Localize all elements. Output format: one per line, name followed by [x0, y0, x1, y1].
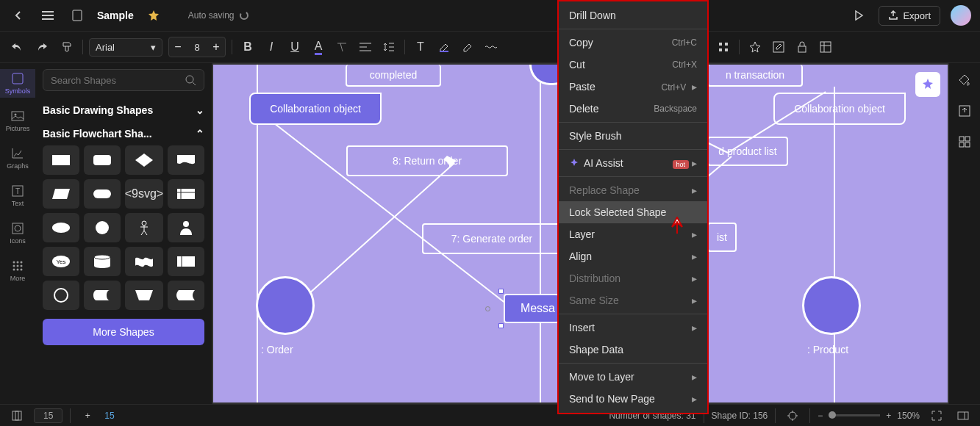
edit-button[interactable] [769, 37, 788, 57]
align-button[interactable] [356, 37, 375, 57]
rail-graphs[interactable]: Graphs [0, 144, 35, 173]
node-transaction[interactable]: n transaction [707, 65, 803, 87]
menu-shape-data[interactable]: Shape Data [559, 339, 707, 361]
node-return-order[interactable]: 8: Return order [346, 145, 508, 176]
add-page-button[interactable]: + [78, 406, 97, 425]
menu-insert[interactable]: Insert▸ [559, 317, 707, 339]
export-button[interactable]: Export [879, 6, 940, 26]
text-tool[interactable]: T [411, 37, 430, 57]
shape-card[interactable] [168, 247, 204, 276]
menu-drill-down[interactable]: Drill Down [559, 4, 707, 26]
font-select[interactable]: Arial▾ [89, 38, 162, 57]
node-generate-order[interactable]: 7: Generate order [422, 223, 562, 254]
back-button[interactable] [9, 6, 28, 25]
menu-ai-assist[interactable]: AI Assist hot ▸ [559, 152, 707, 174]
pages-icon[interactable] [7, 406, 26, 425]
page-preview[interactable]: 15 [104, 411, 114, 421]
ai-badge[interactable] [915, 72, 940, 97]
zoom-in[interactable]: + [886, 411, 891, 421]
rail-pictures[interactable]: Pictures [0, 106, 35, 135]
more-shapes-button[interactable]: More Shapes [43, 319, 204, 345]
rail-more[interactable]: More [0, 256, 35, 285]
fullscreen-button[interactable] [927, 406, 946, 425]
node-circle-order[interactable] [256, 276, 315, 335]
zoom-slider[interactable] [829, 414, 880, 416]
svg-point-37 [142, 221, 146, 225]
menu-move-to-layer[interactable]: Move to Layer▸ [559, 366, 707, 388]
decrease-size[interactable]: − [169, 37, 187, 57]
shape-ellipse[interactable] [43, 213, 79, 242]
node-product-list[interactable]: d product list [707, 137, 788, 166]
section-basic-flowchart[interactable]: Basic Flowchart Sha... ⌃ [43, 122, 204, 145]
underline-button[interactable]: U [285, 37, 304, 57]
shape-parallelogram[interactable] [43, 179, 79, 209]
menu-paste[interactable]: PasteCtrl+V ▸ [559, 76, 707, 98]
shape-diamond[interactable] [125, 145, 163, 175]
page-number[interactable]: 15 [34, 408, 62, 423]
zoom-control[interactable]: − + 150% [818, 411, 920, 421]
shape-direct-data[interactable] [84, 281, 121, 310]
line-style-button[interactable] [482, 37, 501, 57]
shape-person[interactable] [168, 213, 204, 242]
shape-connector[interactable] [43, 281, 79, 310]
format-painter-button[interactable] [57, 37, 76, 57]
shape-stadium[interactable] [84, 179, 121, 209]
font-size-stepper[interactable]: − 8 + [168, 37, 226, 57]
shape-yes-ellipse[interactable]: Yes [43, 247, 79, 276]
avatar[interactable] [951, 5, 971, 26]
shape-rounded-rect[interactable] [84, 145, 121, 175]
section-basic-drawing[interactable]: Basic Drawing Shapes ⌄ [43, 98, 204, 122]
star-icon[interactable] [144, 6, 163, 25]
border-color-button[interactable] [458, 37, 477, 57]
zoom-out[interactable]: − [818, 411, 823, 421]
italic-button[interactable]: I [262, 37, 281, 57]
search-input[interactable] [51, 75, 185, 86]
rail-icons[interactable]: Icons [0, 219, 35, 248]
panel-toggle[interactable] [954, 406, 973, 425]
fill-tool[interactable] [955, 71, 974, 90]
shape-database[interactable] [84, 247, 121, 276]
crosshair-icon[interactable] [783, 406, 802, 425]
shape-actor[interactable]: M15 16l-4 6M15 16l4 6 [125, 213, 163, 242]
shape-rectangle[interactable] [43, 145, 79, 175]
apps-button[interactable] [955, 132, 974, 151]
rail-symbols[interactable]: Symbols [0, 69, 35, 98]
line-height-button[interactable] [379, 37, 398, 57]
menu-cut[interactable]: CutCtrl+X [559, 54, 707, 76]
effects-button[interactable] [745, 37, 765, 57]
node-completed[interactable]: completed [346, 65, 441, 87]
shape-document[interactable] [168, 145, 204, 175]
menu-button[interactable] [38, 6, 57, 25]
play-button[interactable] [849, 6, 868, 25]
selected-node[interactable]: Messa [498, 289, 565, 328]
undo-button[interactable] [7, 37, 26, 57]
shape-stored-data[interactable] [168, 281, 204, 310]
node-circle-product[interactable] [802, 276, 861, 335]
menu-send-to-new-page[interactable]: Send to New Page▸ [559, 388, 707, 410]
menu-copy[interactable]: CopyCtrl+C [559, 32, 707, 54]
rail-text[interactable]: T Text [0, 181, 35, 210]
shape-tape[interactable] [125, 247, 163, 276]
menu-delete[interactable]: DeleteBackspace [559, 98, 707, 120]
bold-button[interactable]: B [238, 37, 257, 57]
lock-button[interactable] [793, 37, 812, 57]
highlight-button[interactable] [434, 37, 454, 57]
font-color-button[interactable]: A [309, 37, 328, 57]
search-shapes-input[interactable] [43, 69, 204, 91]
node-ist[interactable]: ist [707, 223, 737, 252]
shape-manual-op[interactable] [125, 281, 163, 310]
redo-button[interactable] [32, 37, 51, 57]
shape-predefined[interactable]: <9svg> [125, 179, 163, 209]
increase-size[interactable]: + [207, 37, 225, 57]
shape-circle[interactable] [84, 213, 121, 242]
data-button[interactable] [816, 37, 835, 57]
node-collab-left[interactable]: Collaboration object [249, 93, 382, 125]
clear-format-button[interactable] [332, 37, 351, 57]
menu-style-brush[interactable]: Style Brush [559, 125, 707, 147]
node-collab-right[interactable]: Collaboration object [773, 93, 906, 125]
distribute-button[interactable] [714, 37, 733, 57]
shape-internal-storage[interactable] [168, 179, 204, 209]
menu-align[interactable]: Align▸ [559, 245, 707, 267]
export-panel-button[interactable] [955, 101, 974, 120]
document-icon[interactable] [68, 6, 87, 25]
